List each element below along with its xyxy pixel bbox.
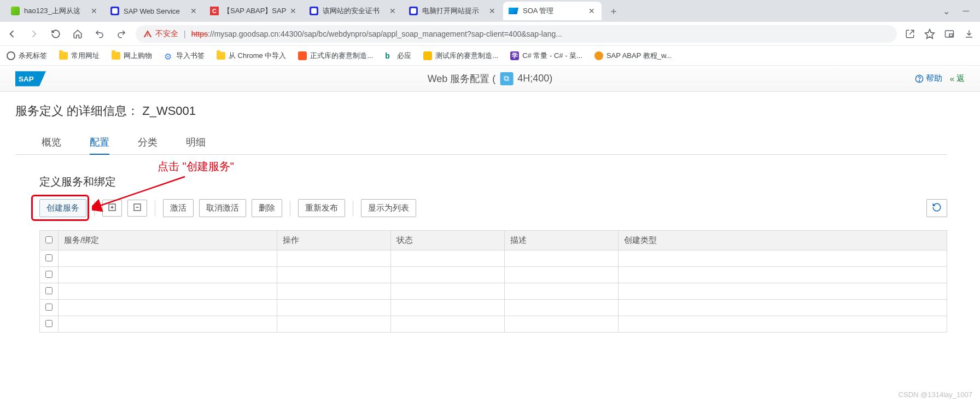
col-create-type[interactable]: 创建类型 [619,231,947,250]
address-bar: 不安全 | https://mysap.goodsap.cn:44300/sap… [0,22,980,46]
bookmark-item[interactable]: 常用网址 [59,51,100,61]
browser-tab-3[interactable]: 该网站的安全证书 ✕ [304,2,402,20]
pip-icon[interactable] [943,27,956,40]
bookmark-item[interactable]: 网上购物 [112,51,152,61]
svg-text:SAP: SAP [19,74,34,83]
bookmark-item[interactable]: SAP ABAP 教程_w... [594,51,672,61]
favicon-baidu [310,7,318,15]
favicon-baidu [409,7,418,15]
config-panel: 点击 "创建服务" 定义服务和绑定 创建服务 激活 取消激活 删除 重新发布 显… [15,155,947,333]
undo-button[interactable] [92,26,107,42]
bookmark-item[interactable]: ⚙导入书签 [164,51,205,61]
minimize-icon[interactable]: ─ [963,6,969,16]
tab-title: 【SAP ABAP】SAP [223,6,289,16]
col-operation[interactable]: 操作 [277,231,391,250]
browser-tab-0[interactable]: hao123_上网从这 ✕ [5,2,104,20]
tab-title: 电脑打开网站提示 [422,6,488,16]
bookmark-item[interactable]: 测试库的赛意制造... [423,51,498,61]
folder-icon [217,52,225,60]
bookmark-item[interactable]: 从 Chrome 中导入 [217,51,286,61]
bookmark-item[interactable]: 杀死标签 [7,51,47,61]
bing-icon: b [385,51,394,60]
favicon-sap [509,8,518,14]
toolbar-separator [353,201,353,216]
refresh-button[interactable] [926,199,947,217]
help-link[interactable]: 帮助 [915,73,942,84]
bookmark-item[interactable]: 学C# 常量 - C# - 菜... [510,51,582,61]
delete-button[interactable]: 删除 [252,199,282,217]
globe-icon [7,51,15,60]
close-icon[interactable]: ✕ [289,7,298,15]
close-icon[interactable]: ✕ [189,7,198,15]
reload-button[interactable] [48,26,63,42]
browser-tab-5[interactable]: SOA 管理 ✕ [503,2,602,20]
row-checkbox[interactable] [45,271,52,278]
download-icon[interactable] [962,27,976,40]
annotation-text: 点击 "创建服务" [158,159,234,174]
folder-icon [59,52,68,60]
folder-icon [112,52,120,60]
app-icon [298,51,307,60]
overlay-icon: ⧉ [500,72,513,85]
col-service-binding[interactable]: 服务/绑定 [59,231,277,250]
window-controls: ⌄ ─ [943,6,980,16]
bookmark-item[interactable]: 正式库的赛意制造... [298,51,373,61]
row-checkbox[interactable] [45,254,52,261]
browser-tab-1[interactable]: SAP Web Service ✕ [105,2,203,20]
svg-point-5 [919,80,919,81]
favicon-hao123 [11,7,20,15]
url-separator: | [184,30,186,38]
table-row[interactable] [40,267,947,283]
create-service-button[interactable]: 创建服务 [39,199,86,217]
table-row[interactable] [40,316,947,333]
republish-button[interactable]: 重新发布 [298,199,345,217]
tab-config[interactable]: 配置 [90,132,109,154]
col-status[interactable]: 状态 [391,231,505,250]
svg-line-6 [98,177,185,206]
row-checkbox[interactable] [45,320,52,327]
svg-rect-1 [949,34,953,37]
page-heading: 服务定义 的详细信息： Z_WS001 [15,103,947,119]
tab-title: hao123_上网从这 [24,6,90,16]
back-button[interactable] [4,26,20,42]
table-row[interactable] [40,250,947,267]
chevron-down-icon[interactable]: ⌄ [943,6,950,16]
tab-title: SOA 管理 [523,6,587,16]
favicon-csdn: C [210,7,219,15]
browser-tab-4[interactable]: 电脑打开网站提示 ✕ [404,2,502,20]
close-icon[interactable]: ✕ [587,7,596,15]
close-icon[interactable]: ✕ [488,7,497,15]
home-button[interactable] [70,26,85,42]
forward-button [26,26,42,42]
insecure-warning: 不安全 [143,29,178,39]
app-icon [423,51,432,60]
back-link[interactable]: « 返 [950,73,965,84]
tab-strip: 概览 配置 分类 明细 [15,132,947,155]
show-as-list-button[interactable]: 显示为列表 [361,199,416,217]
services-table: 服务/绑定 操作 状态 描述 创建类型 [39,230,947,333]
browser-tab-2[interactable]: C 【SAP ABAP】SAP ✕ [205,2,303,20]
select-all-checkbox[interactable] [40,231,59,250]
annotation-arrow [92,174,190,218]
redo-button[interactable] [114,26,129,42]
app-icon: 学 [510,51,519,60]
browser-tab-strip: hao123_上网从这 ✕ SAP Web Service ✕ C 【SAP A… [0,0,980,22]
table-row[interactable] [40,300,947,316]
row-checkbox[interactable] [45,304,52,311]
sap-header: SAP Web 服务配置 (⧉4H;400) 帮助 « 返 [0,66,980,92]
tab-detail[interactable]: 明细 [186,132,206,154]
bookmark-item[interactable]: b必应 [385,51,411,61]
share-icon[interactable] [903,27,917,40]
table-row[interactable] [40,283,947,300]
row-checkbox[interactable] [45,287,52,294]
favicon-baidu [110,7,119,15]
col-description[interactable]: 描述 [505,231,619,250]
tab-category[interactable]: 分类 [138,132,158,154]
new-tab-button[interactable]: ＋ [606,3,621,19]
deactivate-button[interactable]: 取消激活 [199,199,246,217]
close-icon[interactable]: ✕ [90,7,98,15]
close-icon[interactable]: ✕ [388,7,397,15]
tab-overview[interactable]: 概览 [42,132,61,154]
url-input[interactable]: 不安全 | https://mysap.goodsap.cn:44300/sap… [136,25,897,43]
star-icon[interactable] [923,27,936,40]
